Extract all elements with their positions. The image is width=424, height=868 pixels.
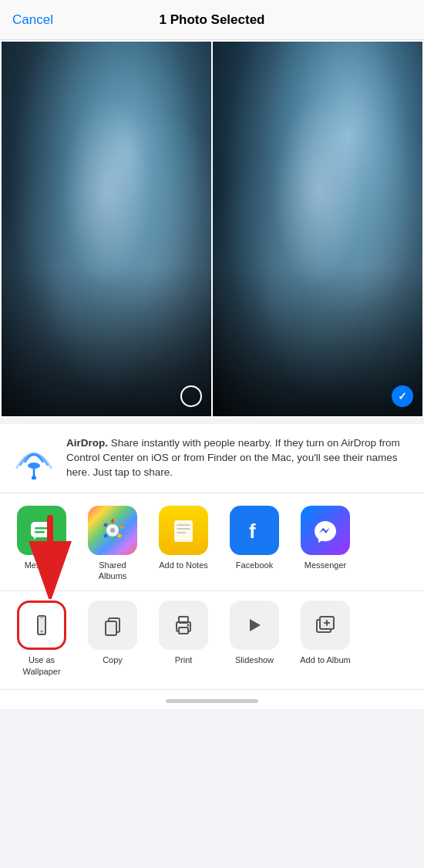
- photo-item-2[interactable]: [213, 42, 422, 416]
- action-item-copy[interactable]: Copy: [77, 601, 148, 677]
- svg-rect-22: [179, 627, 188, 634]
- messenger-icon: [301, 506, 350, 555]
- action-item-wallpaper[interactable]: Use asWallpaper: [6, 601, 77, 677]
- svg-rect-9: [177, 524, 190, 526]
- svg-point-23: [187, 624, 190, 627]
- cancel-button[interactable]: Cancel: [12, 12, 53, 28]
- svg-point-16: [41, 631, 43, 633]
- facebook-icon: f: [230, 506, 279, 555]
- photo-bg-1: [2, 42, 211, 416]
- action-item-slideshow[interactable]: Slideshow: [219, 601, 290, 677]
- airdrop-description: AirDrop. Share instantly with people nea…: [66, 436, 412, 480]
- airdrop-title: AirDrop.: [66, 437, 108, 449]
- app-item-facebook[interactable]: f Facebook: [219, 506, 290, 582]
- print-label: Print: [175, 654, 193, 665]
- app-item-message[interactable]: Message: [6, 506, 77, 582]
- svg-point-0: [28, 463, 40, 469]
- action-item-print[interactable]: Print: [148, 601, 219, 677]
- svg-rect-11: [177, 532, 186, 533]
- svg-rect-8: [174, 520, 193, 542]
- svg-rect-4: [35, 527, 49, 530]
- shared-albums-icon: [88, 506, 137, 555]
- wallpaper-label: Use asWallpaper: [22, 654, 60, 677]
- slideshow-label: Slideshow: [235, 654, 274, 665]
- svg-point-1: [32, 476, 36, 479]
- svg-text:f: f: [249, 520, 256, 543]
- copy-label: Copy: [103, 654, 123, 665]
- message-icon: [17, 506, 66, 555]
- svg-marker-24: [250, 619, 261, 631]
- apps-row: Message SharedAlbums: [0, 493, 424, 592]
- actions-row: Use asWallpaper Copy Print: [0, 591, 424, 690]
- notes-icon: [159, 506, 208, 555]
- svg-rect-5: [35, 531, 45, 533]
- selection-circle-2[interactable]: [392, 385, 413, 407]
- svg-rect-17: [40, 617, 43, 618]
- messenger-label: Messenger: [305, 560, 346, 570]
- svg-rect-19: [106, 621, 116, 635]
- add-to-notes-label: Add to Notes: [159, 560, 208, 570]
- selection-circle-1[interactable]: [180, 385, 202, 407]
- copy-icon-wrap: [88, 601, 137, 650]
- header: Cancel 1 Photo Selected: [0, 0, 424, 40]
- photo-bg-2: [213, 42, 422, 416]
- svg-rect-2: [31, 522, 52, 537]
- facebook-label: Facebook: [236, 560, 273, 570]
- airdrop-icon: [12, 436, 56, 479]
- airdrop-section: AirDrop. Share instantly with people nea…: [0, 424, 424, 493]
- app-item-shared-albums[interactable]: SharedAlbums: [77, 506, 148, 582]
- photo-item-1[interactable]: [2, 42, 211, 416]
- svg-point-7: [110, 528, 115, 533]
- photo-grid: [0, 40, 424, 418]
- wallpaper-icon-wrap: [17, 601, 66, 650]
- message-label: Message: [25, 560, 59, 570]
- add-to-album-label: Add to Album: [300, 654, 350, 665]
- home-indicator: [0, 690, 424, 709]
- print-icon-wrap: [159, 601, 208, 650]
- slideshow-icon-wrap: [230, 601, 279, 650]
- app-item-messenger[interactable]: Messenger: [290, 506, 361, 582]
- page-title: 1 Photo Selected: [160, 12, 265, 28]
- home-bar: [166, 699, 258, 703]
- share-sheet: AirDrop. Share instantly with people nea…: [0, 424, 424, 690]
- svg-rect-10: [177, 528, 190, 530]
- add-to-album-icon-wrap: [301, 601, 350, 650]
- shared-albums-label: SharedAlbums: [99, 560, 127, 582]
- action-item-add-to-album[interactable]: Add to Album: [290, 601, 361, 677]
- app-item-add-to-notes[interactable]: Add to Notes: [148, 506, 219, 582]
